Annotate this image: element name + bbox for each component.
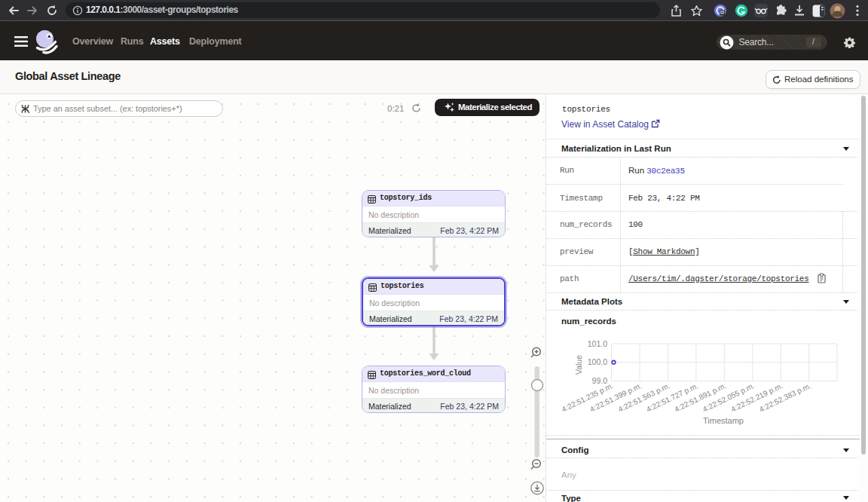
svg-text:100.0: 100.0 — [588, 357, 607, 366]
svg-text:101.0: 101.0 — [588, 339, 607, 348]
svg-text:Value: Value — [574, 355, 583, 375]
svg-text:Timestamp: Timestamp — [703, 416, 744, 425]
